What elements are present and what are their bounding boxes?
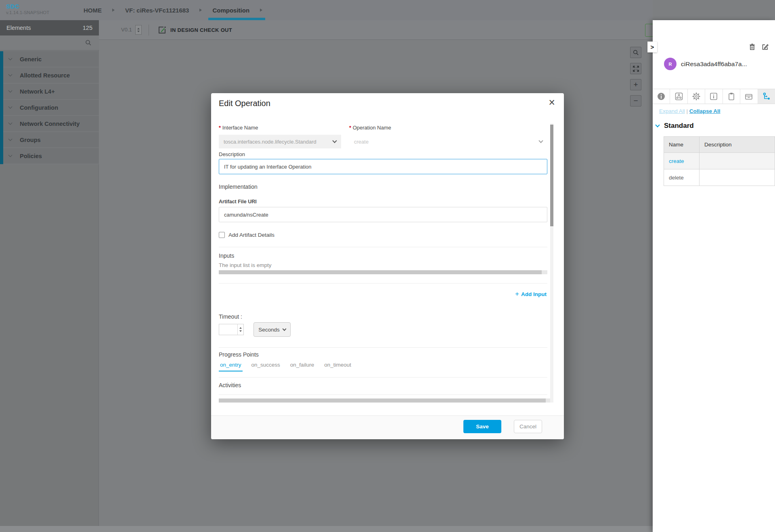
fullscreen-icon <box>633 66 639 72</box>
panel-actions <box>749 44 769 50</box>
sidebar-item-configuration[interactable]: Configuration <box>3 100 99 116</box>
vertical-scrollbar[interactable] <box>550 123 553 403</box>
trash-icon[interactable] <box>749 44 755 50</box>
activities-label: Activities <box>219 382 241 388</box>
breadcrumb-arrow-icon <box>112 8 115 12</box>
logo-title: SDC <box>6 3 49 10</box>
plus-icon: + <box>515 290 519 298</box>
table-row[interactable]: create <box>664 153 775 169</box>
modal-title: Edit Operation <box>219 99 270 108</box>
sidebar-item-groups[interactable]: Groups <box>3 132 99 148</box>
breadcrumb-arrow-icon <box>199 8 202 12</box>
timeout-label: Timeout : <box>219 313 242 320</box>
sidebar-item-network-l4[interactable]: Network L4+ <box>3 83 99 100</box>
save-button[interactable]: Save <box>463 420 501 433</box>
tab-on-success[interactable]: on_success <box>250 362 281 371</box>
breadcrumb-composition[interactable]: Composition <box>212 7 249 14</box>
inputs-empty-text: The input list is empty <box>219 262 272 268</box>
elements-header: Elements 125 <box>0 20 99 35</box>
divider <box>219 347 547 348</box>
category-list: Generic Allotted Resource Network L4+ Co… <box>3 51 99 164</box>
collapse-all-link[interactable]: Collapse All <box>689 108 721 114</box>
component-name: ciResa3ada4ff6aba7a... <box>681 61 747 68</box>
tab-properties[interactable] <box>723 89 740 104</box>
tab-settings[interactable] <box>688 89 705 104</box>
tab-artifacts[interactable] <box>740 89 758 104</box>
timeout-value-input[interactable] <box>219 324 244 335</box>
chevron-down-icon <box>8 89 13 93</box>
search-icon <box>633 50 639 56</box>
interface-name-label: Interface Name <box>219 125 258 131</box>
composition-icon <box>674 92 683 101</box>
sidebar-item-generic[interactable]: Generic <box>3 51 99 67</box>
breadcrumb: HOME VF: ciRes-VFc1121683 Composition <box>84 0 262 20</box>
tab-on-failure[interactable]: on_failure <box>289 362 315 371</box>
interface-name-select[interactable]: tosca.interfaces.node.lifecycle.Standard <box>219 135 341 148</box>
information-icon <box>709 92 718 101</box>
toolbar-divider <box>149 25 149 35</box>
zoom-in-button[interactable]: + <box>630 79 641 90</box>
tab-operations[interactable] <box>758 89 775 104</box>
spinner-down-icon <box>239 330 242 332</box>
search-icon <box>85 40 92 46</box>
chevron-down-icon <box>8 56 13 61</box>
description-input[interactable] <box>219 159 547 174</box>
tab-information[interactable] <box>705 89 723 104</box>
elements-sidebar: Elements 125 Generic Allotted Resource N… <box>0 20 99 526</box>
expand-all-link[interactable]: Expand All <box>659 108 685 114</box>
stepper-up-icon <box>137 28 140 29</box>
chevron-down-icon <box>8 153 13 157</box>
scrollbar-thumb[interactable] <box>219 270 542 274</box>
checkbox-icon <box>219 232 225 238</box>
number-spinner[interactable] <box>237 324 243 335</box>
chevron-down-icon[interactable] <box>655 123 660 127</box>
tab-on-timeout[interactable]: on_timeout <box>323 362 352 371</box>
scrollbar-thumb[interactable] <box>550 125 553 226</box>
panel-collapse-button[interactable]: > <box>647 42 657 52</box>
cancel-button[interactable]: Cancel <box>514 420 542 433</box>
divider <box>219 394 547 395</box>
operations-table: Name Description create delete <box>664 136 775 186</box>
operation-description <box>700 153 775 169</box>
artifact-uri-input[interactable] <box>219 207 547 222</box>
close-icon[interactable]: × <box>549 96 555 108</box>
breadcrumb-home[interactable]: HOME <box>84 7 102 14</box>
chevron-down-icon <box>332 138 337 143</box>
sidebar-item-policies[interactable]: Policies <box>3 148 99 164</box>
section-title: Standard <box>664 122 694 130</box>
add-input-button[interactable]: +Add Input <box>515 290 547 298</box>
horizontal-scrollbar[interactable] <box>219 398 551 403</box>
horizontal-scrollbar[interactable] <box>219 270 547 274</box>
tab-on-entry[interactable]: on_entry <box>219 362 243 371</box>
sidebar-item-network-connectivity[interactable]: Network Connectivity <box>3 116 99 132</box>
canvas-search-button[interactable] <box>630 47 641 58</box>
tab-composition[interactable] <box>670 89 687 104</box>
add-artifact-details-checkbox[interactable]: Add Artifact Details <box>219 232 274 238</box>
timeout-unit-select[interactable]: Seconds <box>253 322 291 337</box>
operations-workflow-icon <box>762 92 771 101</box>
zoom-out-button[interactable]: − <box>630 95 641 106</box>
operation-name-select[interactable]: create <box>349 135 547 148</box>
progress-points-label: Progress Points <box>219 351 259 358</box>
breadcrumb-vf[interactable]: VF: ciRes-VFc1121683 <box>125 7 189 14</box>
canvas-fit-button[interactable] <box>630 63 641 74</box>
chevron-down-icon <box>8 105 13 109</box>
standard-section-header: Standard <box>656 122 694 130</box>
operation-create-link[interactable]: create <box>664 153 700 169</box>
clipboard-icon <box>727 92 736 101</box>
breadcrumb-arrow-icon <box>260 8 262 12</box>
logo-version: v.1.14.1-SNAPSHOT <box>6 10 49 15</box>
scrollbar-thumb[interactable] <box>219 398 546 403</box>
checkout-pencil-icon <box>157 26 166 34</box>
modal-footer: Save Cancel <box>211 415 564 439</box>
edit-icon[interactable] <box>762 44 769 50</box>
elements-search-input[interactable] <box>0 35 99 50</box>
composition-toolbar: V0.1 IN DESIGN CHECK OUT Certify Check i… <box>99 20 653 40</box>
sidebar-item-allotted-resource[interactable]: Allotted Resource <box>3 67 99 83</box>
archive-icon <box>744 92 753 101</box>
version-stepper[interactable] <box>135 25 142 35</box>
table-row[interactable]: delete <box>664 169 775 186</box>
chevron-down-icon <box>8 137 13 141</box>
tab-general-info[interactable] <box>653 89 670 104</box>
operation-delete-link[interactable]: delete <box>664 169 700 186</box>
